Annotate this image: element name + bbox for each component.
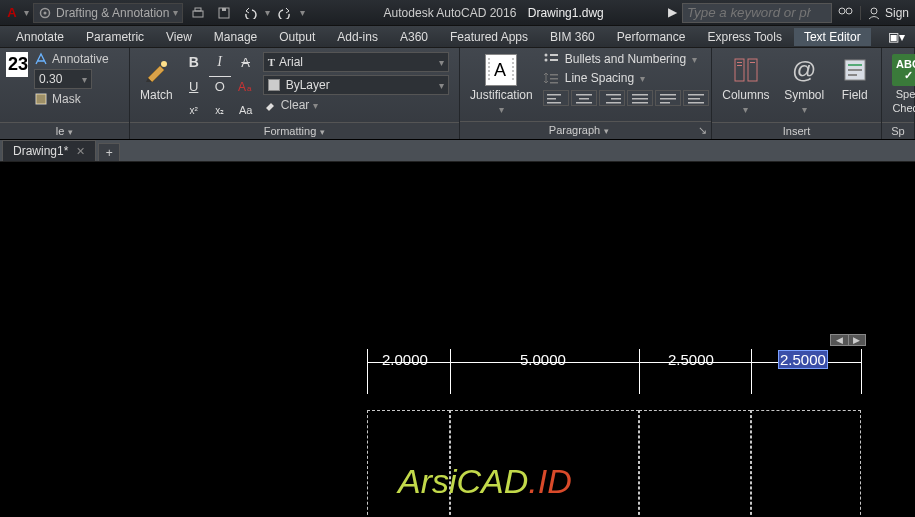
dimension-value: 5.0000 (520, 351, 566, 368)
panel-style: 23 Annotative 0.30 ▾ Mask le▾ (0, 48, 130, 139)
mask-toggle[interactable]: Mask (34, 92, 109, 106)
columns-button[interactable]: Columns ▾ (718, 52, 773, 117)
spell-label: Spell (896, 88, 915, 100)
superscript-button[interactable]: x² (183, 100, 205, 120)
tab-performance[interactable]: Performance (607, 28, 696, 46)
svg-rect-46 (848, 64, 862, 66)
font-value: Arial (279, 55, 303, 69)
align-default-button[interactable] (683, 90, 709, 106)
watermark: ArsiCAD.ID (398, 462, 572, 501)
tab-text-editor[interactable]: Text Editor (794, 28, 871, 46)
svg-rect-19 (550, 74, 558, 76)
window-title: Autodesk AutoCAD 2016 Drawing1.dwg (305, 6, 682, 20)
new-tab-button[interactable]: + (98, 143, 120, 161)
color-combo[interactable]: ByLayer ▾ (263, 75, 449, 95)
panel-title-paragraph[interactable]: Paragraph▾↘ (460, 121, 711, 139)
svg-point-8 (871, 8, 877, 14)
align-left-button[interactable] (543, 90, 569, 106)
annotative-label: Annotative (52, 52, 109, 66)
close-icon[interactable]: ✕ (76, 145, 85, 158)
align-right-button[interactable] (599, 90, 625, 106)
subscript-button[interactable]: x₂ (209, 100, 231, 120)
tab-output[interactable]: Output (269, 28, 325, 46)
dimension-tick (367, 349, 368, 394)
ribbon-focus-icon[interactable]: ▣▾ (884, 28, 909, 46)
bullets-button[interactable]: Bullets and Numbering ▾ (543, 52, 709, 66)
workspace-switcher[interactable]: Drafting & Annotation ▾ (33, 3, 183, 23)
grip-right-icon[interactable]: ▶ (849, 335, 866, 345)
svg-rect-22 (547, 94, 561, 96)
panel-title-insert: Insert (712, 122, 881, 139)
italic-button[interactable]: I (209, 52, 231, 72)
search-input[interactable] (682, 3, 832, 23)
tab-view[interactable]: View (156, 28, 202, 46)
qat-save-button[interactable] (213, 3, 235, 23)
svg-rect-10 (36, 94, 46, 104)
dimension-value-editing[interactable]: 2.5000 (779, 351, 827, 368)
svg-rect-35 (660, 98, 676, 100)
chevron-down-icon: ▾ (640, 73, 645, 84)
tab-a360[interactable]: A360 (390, 28, 438, 46)
clear-label: Clear (281, 98, 310, 112)
chevron-down-icon: ▾ (743, 104, 748, 115)
match-icon (142, 56, 170, 84)
annotative-icon (34, 52, 48, 66)
tab-featured-apps[interactable]: Featured Apps (440, 28, 538, 46)
clear-button[interactable]: Clear ▾ (263, 98, 449, 112)
chevron-down-icon: ▾ (802, 104, 807, 115)
svg-rect-48 (848, 74, 857, 76)
overline-button[interactable]: O (209, 76, 231, 96)
svg-rect-43 (737, 65, 742, 66)
change-case-button[interactable]: Aa (235, 100, 257, 120)
line-spacing-button[interactable]: Line Spacing ▾ (543, 71, 709, 85)
qat-redo-button[interactable] (274, 3, 296, 23)
font-scale-icon[interactable]: Aa (235, 76, 257, 96)
panel-title-style[interactable]: le▾ (0, 122, 129, 139)
tab-manage[interactable]: Manage (204, 28, 267, 46)
svg-rect-37 (688, 94, 704, 96)
dimension-value: 2.0000 (382, 351, 428, 368)
grip-left-icon[interactable]: ◀ (831, 335, 849, 345)
align-distribute-button[interactable] (655, 90, 681, 106)
app-name: Autodesk AutoCAD 2016 (384, 6, 517, 20)
app-menu-dropdown-icon[interactable]: ▾ (24, 7, 29, 18)
qat-undo-button[interactable] (239, 3, 261, 23)
align-justify-button[interactable] (627, 90, 653, 106)
tab-parametric[interactable]: Parametric (76, 28, 154, 46)
infocenter-icon[interactable] (838, 6, 854, 20)
text-editor-grips[interactable]: ◀▶ (830, 334, 866, 346)
match-button[interactable]: Match (136, 52, 177, 104)
font-combo[interactable]: TArial ▾ (263, 52, 449, 72)
table-cell (639, 410, 751, 517)
bold-button[interactable]: B (183, 52, 205, 72)
tab-bim360[interactable]: BIM 360 (540, 28, 605, 46)
mask-icon (34, 92, 48, 106)
panel-title-formatting[interactable]: Formatting▾ (130, 122, 459, 139)
workspace-label: Drafting & Annotation (56, 6, 169, 20)
drawing-canvas[interactable]: 2.0000 5.0000 2.5000 2.5000 ◀▶ ArsiCAD.I… (0, 162, 915, 517)
dialog-launcher-icon[interactable]: ↘ (698, 124, 711, 137)
svg-point-6 (839, 8, 845, 14)
qat-print-button[interactable] (187, 3, 209, 23)
justification-label: Justification (470, 88, 533, 102)
tab-express-tools[interactable]: Express Tools (697, 28, 791, 46)
dimension-value: 2.5000 (668, 351, 714, 368)
annotative-toggle[interactable]: Annotative (34, 52, 109, 66)
svg-rect-32 (632, 98, 648, 100)
align-center-button[interactable] (571, 90, 597, 106)
document-tab[interactable]: Drawing1* ✕ (2, 140, 96, 161)
svg-rect-5 (222, 8, 226, 11)
strikethrough-button[interactable]: A (235, 52, 257, 72)
tab-annotate[interactable]: Annotate (6, 28, 74, 46)
undo-dropdown-icon[interactable]: ▾ (265, 7, 270, 18)
text-height-input[interactable]: 0.30 ▾ (34, 69, 92, 89)
underline-button[interactable]: U (183, 76, 205, 96)
app-icon[interactable]: A (4, 5, 20, 21)
title-bar: A ▾ Drafting & Annotation ▾ ▾ ▾ Autodesk… (0, 0, 915, 26)
field-button[interactable]: Field (835, 52, 875, 104)
justification-button[interactable]: A Justification ▾ (466, 52, 537, 117)
spellcheck-button[interactable]: ABC✓ Spell Check (888, 52, 915, 116)
tab-addins[interactable]: Add-ins (327, 28, 388, 46)
symbol-button[interactable]: @ Symbol ▾ (780, 52, 828, 117)
sign-in-button[interactable]: Sign (860, 6, 909, 20)
